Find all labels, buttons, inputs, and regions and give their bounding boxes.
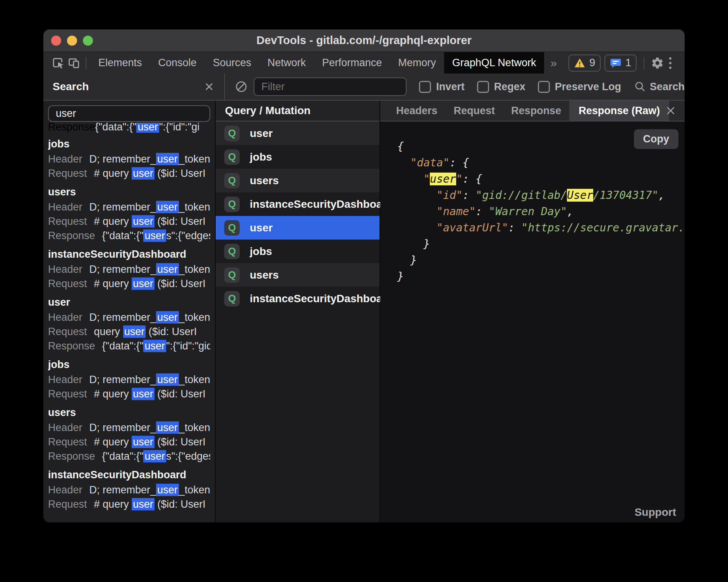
result-row[interactable]: Response{"data":{"users":{"edges xyxy=(48,229,210,243)
query-badge-icon: Q xyxy=(224,220,240,236)
settings-gear-icon[interactable] xyxy=(650,55,665,71)
query-item-label: jobs xyxy=(250,245,272,258)
clipped-result-text: Response{"data":{"user":{"id":"gi xyxy=(48,123,199,133)
result-group-title[interactable]: users xyxy=(48,404,210,421)
close-detail-icon[interactable] xyxy=(665,101,676,121)
result-row[interactable]: Response{"data":{"user":{"id":"gid xyxy=(48,339,210,353)
result-row[interactable]: HeaderD; remember_user_token=e xyxy=(48,373,210,387)
detail-tab-headers[interactable]: Headers xyxy=(388,101,446,121)
devtools-tab-memory[interactable]: Memory xyxy=(390,52,444,74)
query-item-label: users xyxy=(250,175,279,187)
search-match-highlight: user xyxy=(143,229,166,242)
detail-tab-request[interactable]: Request xyxy=(446,101,503,121)
device-toolbar-icon[interactable] xyxy=(66,55,82,71)
result-row[interactable]: HeaderD; remember_user_token=e xyxy=(48,421,210,435)
result-row[interactable]: HeaderD; remember_user_token=e xyxy=(48,152,210,166)
checkbox-invert[interactable]: Invert xyxy=(419,81,465,93)
devtools-tab-elements[interactable]: Elements xyxy=(90,52,150,74)
checkbox-box-invert[interactable] xyxy=(419,81,431,93)
devtools-tab-strip: ElementsConsoleSourcesNetworkPerformance… xyxy=(90,52,544,74)
result-group-title[interactable]: jobs xyxy=(48,136,210,152)
search-input[interactable] xyxy=(48,105,210,122)
result-text: ($id: UserI xyxy=(155,216,206,227)
issues-badge[interactable]: 1 xyxy=(604,55,637,72)
detail-tab-response[interactable]: Response xyxy=(503,101,569,121)
result-row[interactable]: Response{"data":{"users":{"edges xyxy=(48,449,210,464)
result-text: # query xyxy=(94,498,132,510)
checkbox-box-regex[interactable] xyxy=(477,81,489,93)
warnings-badge[interactable]: 9 xyxy=(568,55,601,72)
json-line: "id": "gid://gitlab/User/13704317", xyxy=(397,187,685,204)
result-row[interactable]: HeaderD; remember_user_token=e xyxy=(48,483,210,497)
result-row[interactable]: Request# query user ($id: UserI xyxy=(48,435,210,449)
filter-input[interactable] xyxy=(254,77,407,96)
query-list-item-users[interactable]: Qusers xyxy=(216,169,379,192)
result-row[interactable]: Request# query user ($id: UserI xyxy=(48,277,210,291)
checkbox-preserve-log[interactable]: Preserve Log xyxy=(538,81,621,93)
more-options-kebab-icon[interactable] xyxy=(665,57,675,69)
devtools-tab-network[interactable]: Network xyxy=(259,52,314,74)
json-token: "Warren Day" xyxy=(489,205,567,218)
checkbox-regex[interactable]: Regex xyxy=(477,81,525,93)
result-row[interactable]: HeaderD; remember_user_token=e xyxy=(48,262,210,277)
support-link[interactable]: Support xyxy=(635,506,676,519)
result-row[interactable]: Request# query user ($id: UserI xyxy=(48,166,210,181)
json-token xyxy=(397,221,436,234)
inspect-element-icon[interactable] xyxy=(51,55,66,71)
search-match-highlight: user xyxy=(156,201,179,213)
result-row-label: Response xyxy=(48,340,95,352)
result-row-value: # query user ($id: UserI xyxy=(94,498,206,510)
query-badge-icon: Q xyxy=(224,149,240,165)
close-window-button[interactable] xyxy=(51,36,61,46)
result-row-value: D; remember_user_token=e xyxy=(89,201,210,213)
result-row[interactable]: HeaderD; remember_user_token=e xyxy=(48,200,210,214)
clipped-result-row[interactable]: Response{"data":{"user":{"id":"gi xyxy=(48,123,210,133)
result-row-label: Header xyxy=(48,422,82,433)
filter-checkboxes: InvertRegexPreserve Log xyxy=(407,81,621,93)
result-row[interactable]: Request# query user ($id: UserI xyxy=(48,497,210,512)
checkbox-box-preserve-log[interactable] xyxy=(538,81,550,93)
devtools-tab-performance[interactable]: Performance xyxy=(314,52,390,74)
result-text: ":{"id":"gid xyxy=(166,340,210,352)
search-icon xyxy=(634,81,646,92)
query-list-item-users[interactable]: Qusers xyxy=(216,263,379,287)
devtools-tab-console[interactable]: Console xyxy=(150,52,205,74)
result-row[interactable]: HeaderD; remember_user_token=e xyxy=(48,310,210,325)
toolbar-search[interactable]: Search xyxy=(634,81,685,93)
query-list-item-instancesecuritydashboard[interactable]: QinstanceSecurityDashboard xyxy=(216,192,379,216)
copy-button[interactable]: Copy xyxy=(634,129,679,149)
result-row-label: Header xyxy=(48,201,82,213)
json-line: "name": "Warren Day", xyxy=(397,204,685,220)
query-list-item-instancesecuritydashboard[interactable]: QinstanceSecurityDashboard xyxy=(216,287,379,310)
close-search-icon[interactable] xyxy=(203,81,215,92)
result-group-title[interactable]: user xyxy=(48,294,210,310)
result-group-title[interactable]: jobs xyxy=(48,356,210,373)
result-group-title[interactable]: instanceSecurityDashboard xyxy=(48,246,210,262)
result-text: D; remember_ xyxy=(89,201,156,213)
more-tabs-button[interactable]: » xyxy=(544,56,563,70)
block-clear-icon[interactable] xyxy=(234,79,249,94)
result-group-title[interactable]: instanceSecurityDashboard xyxy=(48,467,210,483)
result-row-label: Header xyxy=(48,264,82,275)
query-list-item-jobs[interactable]: Qjobs xyxy=(216,240,379,263)
json-highlight: user xyxy=(430,173,456,185)
query-list-item-user[interactable]: Quser xyxy=(216,122,379,145)
result-row-label: Header xyxy=(48,374,82,385)
result-row[interactable]: Request# query user ($id: UserI xyxy=(48,214,210,229)
result-row-label: Request xyxy=(48,326,87,337)
query-list-item-user[interactable]: Quser xyxy=(216,216,379,240)
devtools-tab-sources[interactable]: Sources xyxy=(205,52,259,74)
result-row[interactable]: Requestquery user ($id: UserI xyxy=(48,325,210,339)
detail-tab-response-raw-[interactable]: Response (Raw) xyxy=(569,101,669,121)
result-row[interactable]: Request# query user ($id: UserI xyxy=(48,387,210,401)
minimize-window-button[interactable] xyxy=(67,36,77,46)
query-list: QuserQjobsQusersQinstanceSecurityDashboa… xyxy=(216,122,379,310)
traffic-lights xyxy=(51,36,93,46)
devtools-tab-graphql-network[interactable]: GraphQL Network xyxy=(444,52,544,74)
result-group-title[interactable]: users xyxy=(48,184,210,200)
secondary-toolbar: Search InvertRegexPreserve Log Search xyxy=(43,74,685,101)
json-token xyxy=(397,156,410,169)
zoom-window-button[interactable] xyxy=(83,36,93,46)
query-list-item-jobs[interactable]: Qjobs xyxy=(216,145,379,169)
result-row-value: D; remember_user_token=e xyxy=(89,263,210,276)
